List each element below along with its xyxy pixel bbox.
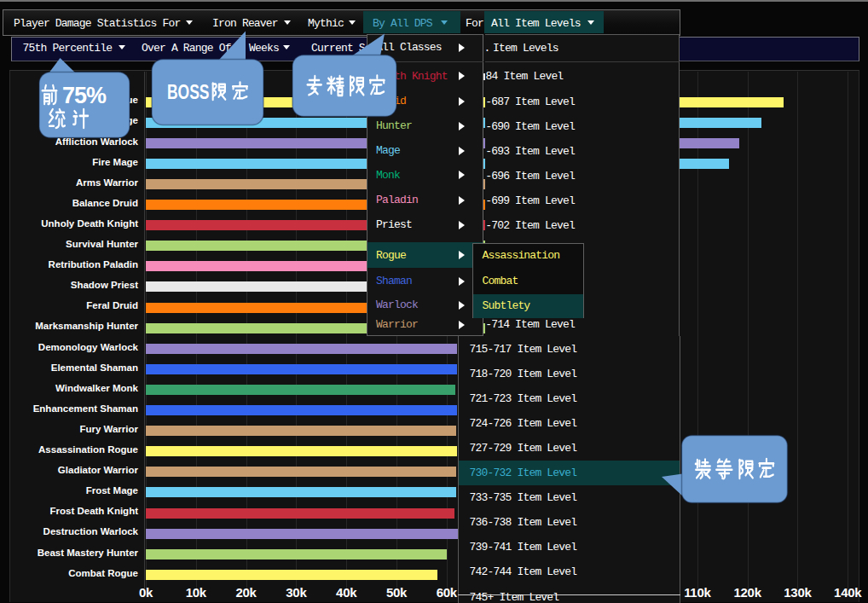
svg-text:BOSS: BOSS bbox=[167, 81, 210, 103]
svg-text:75%: 75% bbox=[62, 83, 107, 108]
